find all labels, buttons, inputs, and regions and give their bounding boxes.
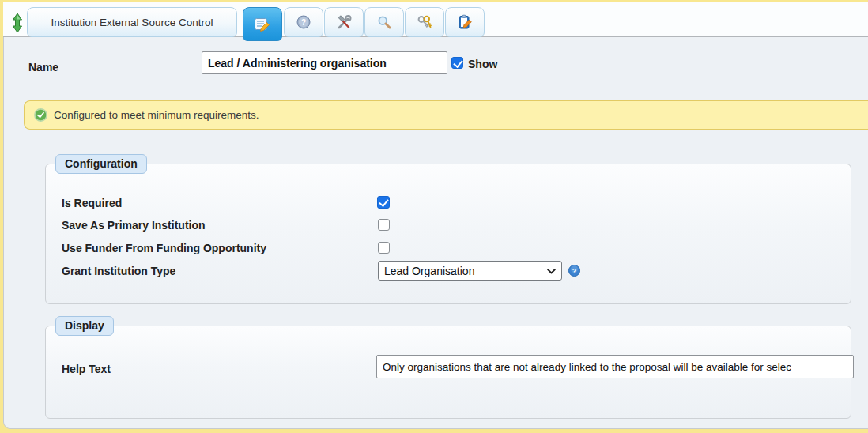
- save-as-primary-institution-label: Save As Primary Institution: [62, 219, 206, 232]
- svg-text:?: ?: [301, 18, 306, 27]
- green-updown-arrow-icon[interactable]: [10, 13, 25, 33]
- configuration-fieldset: [45, 164, 851, 304]
- display-legend: Display: [55, 316, 114, 336]
- edit-form-icon: [254, 17, 271, 32]
- use-funder-from-funding-opportunity-label: Use Funder From Funding Opportunity: [62, 242, 266, 254]
- show-checkbox[interactable]: [451, 57, 463, 69]
- status-alert: Configured to meet minimum requirements.: [24, 100, 868, 130]
- use-funder-from-funding-opportunity-checkbox[interactable]: [378, 242, 390, 254]
- name-label: Name: [28, 61, 58, 73]
- tab-bar: Institution External Source Control: [3, 2, 868, 37]
- svg-text:?: ?: [572, 267, 577, 275]
- help-text-label: Help Text: [62, 363, 111, 375]
- institution-external-source-control-page: Institution External Source Control: [0, 0, 868, 433]
- tools-icon: [336, 14, 352, 30]
- configuration-legend: Configuration: [55, 154, 147, 174]
- help-icon: ?: [296, 15, 311, 29]
- is-required-checkbox[interactable]: [377, 196, 390, 209]
- tab-keys[interactable]: [405, 7, 444, 37]
- tab-edit-form[interactable]: [243, 7, 282, 41]
- help-text-input[interactable]: [376, 355, 854, 378]
- tab-help[interactable]: ?: [284, 7, 323, 37]
- is-required-label: Is Required: [62, 197, 122, 209]
- tab-notes[interactable]: [445, 7, 485, 37]
- grant-institution-type-label: Grant Institution Type: [62, 265, 175, 277]
- notes-edit-icon: [457, 14, 473, 30]
- tab-tools[interactable]: [324, 7, 364, 37]
- tab-search[interactable]: [364, 7, 404, 37]
- grant-institution-type-select[interactable]: Lead Organisation: [378, 261, 562, 281]
- grant-institution-type-help-icon[interactable]: ?: [568, 265, 580, 277]
- show-label: Show: [468, 58, 497, 70]
- green-check-icon: [34, 108, 47, 122]
- chevron-down-icon: [547, 269, 556, 274]
- name-input[interactable]: [202, 51, 447, 74]
- alert-message: Configured to meet minimum requirements.: [54, 109, 259, 121]
- grant-institution-type-value: Lead Organisation: [384, 265, 474, 277]
- tab-institution-external-source-control[interactable]: Institution External Source Control: [27, 7, 237, 37]
- keys-icon: [417, 14, 432, 30]
- search-icon: [377, 15, 391, 29]
- save-as-primary-institution-checkbox[interactable]: [378, 219, 390, 231]
- tab-label: Institution External Source Control: [51, 17, 213, 28]
